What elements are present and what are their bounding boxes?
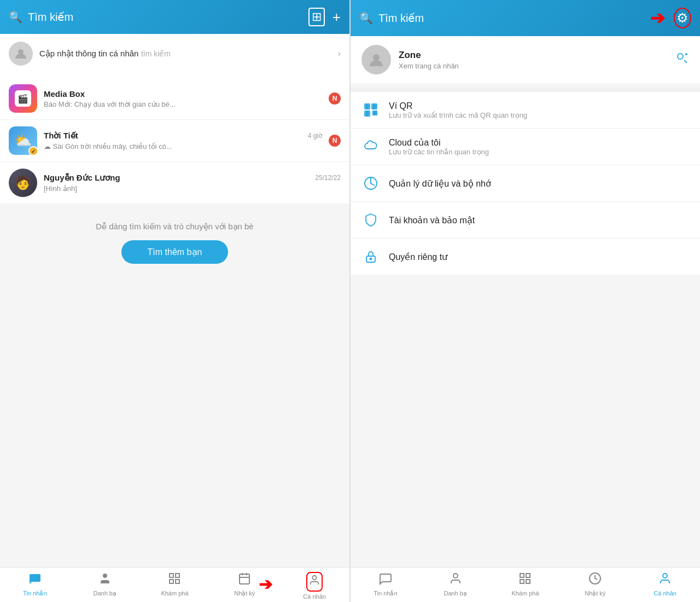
messages-nav-icon (28, 572, 42, 588)
right-nav-contacts[interactable]: Danh bạ (421, 572, 491, 600)
svg-rect-23 (375, 113, 377, 115)
msg-name-person: Nguyễn Đức Lương (44, 173, 120, 183)
message-item-mediabox[interactable]: 🎬 Media Box Báo Mới: Chạy đua với thời g… (0, 78, 349, 120)
msg-preview-mediabox: Báo Mới: Chạy đua với thời gian cứu bé..… (44, 100, 197, 108)
arrow-to-personal: ➔ (259, 575, 272, 594)
menu-label-data: Quản lý dữ liệu và bộ nhớ (389, 178, 491, 189)
menu-item-security[interactable]: Tài khoản và bảo mật (351, 202, 700, 239)
menu-item-data[interactable]: Quản lý dữ liệu và bộ nhớ (351, 165, 700, 202)
menu-item-cloud[interactable]: Cloud của tôi Lưu trữ các tin nhắn quan … (351, 129, 700, 165)
right-profile-name: Zone (399, 50, 667, 61)
find-friends-text: Dễ dàng tìm kiếm và trò chuyện với bạn b… (96, 222, 253, 231)
mediabox-inner-icon: 🎬 (15, 90, 31, 107)
svg-rect-32 (520, 580, 524, 583)
svg-rect-29 (520, 574, 524, 577)
profile-search-hint: tìm kiếm (141, 49, 171, 58)
mediabox-avatar: 🎬 (9, 84, 37, 113)
right-content: Zone Xem trang cá nhân (351, 36, 700, 567)
message-body-person: Nguyễn Đức Lương 25/12/22 [Hình ảnh] (44, 173, 341, 193)
explore-nav-label: Khám phá (161, 590, 188, 597)
svg-point-28 (453, 574, 458, 578)
nav-item-personal[interactable]: ➔ Cá nhân (279, 572, 349, 600)
data-menu-icon (361, 174, 380, 193)
right-nav-diary[interactable]: Nhật ký (560, 572, 630, 600)
profile-update-row[interactable]: Cập nhật thông tin cá nhân tìm kiếm › (0, 34, 349, 73)
svg-rect-5 (170, 580, 173, 583)
right-messages-label: Tin nhắn (374, 590, 397, 597)
settings-gear-icon[interactable]: ⚙ (676, 10, 689, 26)
messages-nav-label: Tin nhắn (23, 590, 46, 597)
contacts-nav-label: Danh bạ (93, 590, 116, 597)
right-profile-avatar (361, 45, 391, 74)
right-nav-personal[interactable]: Cá nhân (630, 572, 700, 600)
svg-rect-4 (176, 580, 179, 583)
right-header: 🔍 Tìm kiếm ➔ ⚙ (351, 0, 700, 36)
nav-item-messages[interactable]: Tin nhắn (0, 572, 70, 600)
svg-rect-22 (373, 113, 375, 115)
svg-rect-3 (176, 574, 179, 577)
menu-label-security: Tài khoản và bảo mật (389, 215, 475, 225)
contacts-nav-icon (98, 572, 112, 588)
profile-avatar (9, 42, 33, 66)
menu-item-privacy[interactable]: Quyền riêng tư (351, 239, 700, 275)
qr-scan-icon[interactable]: ⊞ (308, 8, 325, 26)
msg-preview-person: [Hình ảnh] (44, 184, 197, 193)
right-nav-messages[interactable]: Tin nhắn (351, 572, 421, 600)
menu-label-cloud-container: Cloud của tôi Lưu trữ các tin nhắn quan … (389, 137, 689, 156)
menu-label-privacy: Quyền riêng tư (389, 252, 447, 262)
right-profile-info: Zone Xem trang cá nhân (399, 50, 667, 70)
profile-name: Cập nhật thông tin cá nhân (39, 49, 138, 58)
svg-rect-2 (170, 574, 173, 577)
right-profile-subtitle: Xem trang cá nhân (399, 62, 667, 70)
right-explore-icon (518, 572, 532, 588)
svg-point-12 (678, 54, 683, 59)
right-explore-label: Khám phá (511, 590, 539, 597)
lock-menu-icon (361, 247, 380, 266)
left-header-title: Tìm kiếm (28, 10, 303, 24)
menu-item-viqr[interactable]: Ví QR Lưu trữ và xuất trình các mã QR qu… (351, 92, 700, 129)
weather-avatar: ⛅ ✓ (9, 126, 37, 155)
svg-rect-20 (373, 111, 375, 113)
right-search-icon[interactable]: 🔍 (359, 11, 373, 25)
msg-time-person: 25/12/22 (315, 174, 341, 182)
left-panel: 🔍 Tìm kiếm ⊞ + Cập nhật thông tin cá nhâ… (0, 0, 349, 602)
settings-icon-wrapper[interactable]: ⚙ (674, 8, 691, 28)
msg-preview-weather: ☁ Sài Gòn trời nhiều mây, chiều tối có..… (44, 142, 197, 150)
message-item-weather[interactable]: ⛅ ✓ Thời Tiết 4 giờ ☁ Sài Gòn trời nhiều… (0, 120, 349, 162)
left-header-actions: ⊞ + (308, 8, 341, 26)
right-spacer (351, 279, 700, 389)
explore-nav-icon (168, 572, 181, 588)
profile-chevron-icon: › (338, 49, 341, 59)
right-diary-icon (588, 572, 602, 588)
arrow-to-settings: ➔ (650, 8, 665, 28)
nav-item-explore[interactable]: Khám phá (140, 572, 210, 600)
msg-badge-mediabox: N (329, 92, 341, 105)
person-avatar: 🧑 (9, 169, 37, 197)
message-body-mediabox: Media Box Báo Mới: Chạy đua với thời gia… (44, 89, 322, 108)
menu-sublabel-viqr: Lưu trữ và xuất trình các mã QR quan trọ… (389, 111, 689, 119)
svg-rect-6 (240, 574, 249, 584)
nav-item-contacts[interactable]: Danh bạ (70, 572, 140, 600)
right-profile-card[interactable]: Zone Xem trang cá nhân (351, 36, 700, 83)
messages-list: 🎬 Media Box Báo Mới: Chạy đua với thời g… (0, 78, 349, 204)
msg-name-weather: Thời Tiết (44, 131, 78, 141)
find-friends-button[interactable]: Tìm thêm bạn (121, 240, 229, 264)
right-bottom-nav: Tin nhắn Danh bạ Khám phá Nhật ký Cá nhâ… (351, 567, 700, 602)
svg-rect-17 (373, 105, 376, 108)
svg-point-10 (312, 576, 316, 580)
profile-action-icon[interactable] (675, 51, 689, 68)
diary-nav-icon (238, 572, 251, 588)
left-bottom-nav: Tin nhắn Danh bạ Khám phá Nhật ký ➔ (0, 567, 349, 602)
add-icon[interactable]: + (332, 9, 341, 26)
weather-badge: ✓ (28, 146, 38, 156)
svg-rect-31 (526, 580, 530, 583)
right-nav-explore[interactable]: Khám phá (491, 572, 561, 600)
right-messages-icon (379, 572, 392, 588)
menu-sublabel-cloud: Lưu trữ các tin nhắn quan trọng (389, 148, 689, 156)
cloud-menu-icon (361, 137, 380, 156)
search-icon[interactable]: 🔍 (9, 10, 22, 24)
menu-label-viqr: Ví QR (389, 101, 689, 111)
message-item-person[interactable]: 🧑 Nguyễn Đức Lương 25/12/22 [Hình ảnh] (0, 162, 349, 204)
menu-label-cloud: Cloud của tôi (389, 137, 689, 148)
qr-menu-icon (361, 101, 380, 119)
